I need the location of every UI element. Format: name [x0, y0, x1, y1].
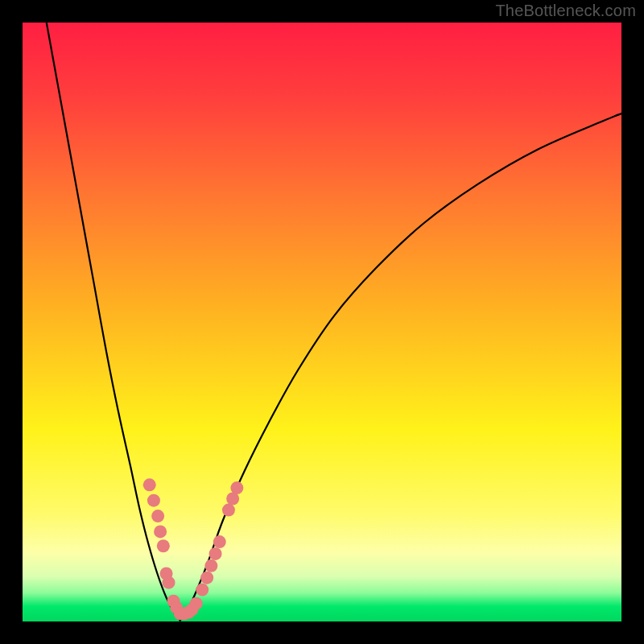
data-markers [143, 478, 244, 620]
data-marker [147, 494, 160, 507]
data-marker [163, 576, 175, 589]
data-marker [154, 525, 167, 538]
data-marker [200, 572, 213, 584]
data-marker [222, 504, 235, 517]
data-marker [151, 510, 164, 522]
watermark-label: TheBottleneck.com [495, 2, 636, 20]
data-marker [204, 559, 217, 572]
outer-frame: TheBottleneck.com [0, 0, 644, 644]
data-marker [157, 539, 170, 552]
data-marker [190, 597, 203, 610]
plot-area [23, 23, 621, 621]
data-marker [209, 547, 222, 560]
data-marker [143, 478, 156, 491]
chart-svg [23, 23, 621, 621]
data-marker [230, 481, 243, 494]
data-marker [196, 584, 208, 597]
data-marker [213, 535, 226, 548]
curve-right-branch [180, 114, 621, 620]
